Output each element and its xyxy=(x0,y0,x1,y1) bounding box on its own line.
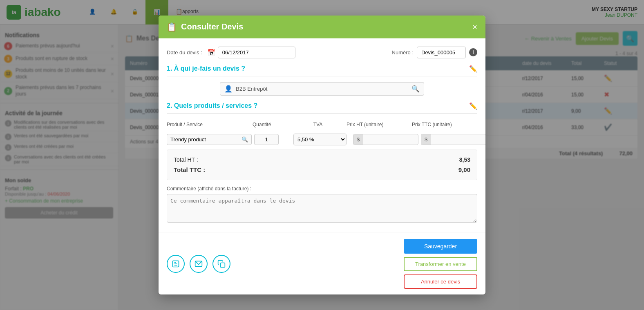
save-btn[interactable]: Sauvegarder xyxy=(404,239,477,254)
pdf-btn[interactable] xyxy=(167,255,185,273)
product-table-header: Produit / Service Quantité TVA Prix HT (… xyxy=(167,119,477,130)
section1-title-row: 1. À qui je-fais un devis ? ✏️ xyxy=(167,65,477,76)
total-ht-label: Total HT : xyxy=(174,156,198,163)
client-search-icon[interactable]: 🔍 xyxy=(411,85,420,93)
comment-textarea[interactable] xyxy=(167,194,477,223)
client-icon: 👤 xyxy=(224,85,233,93)
client-input[interactable] xyxy=(236,86,408,92)
total-ht-row: Total HT : 8,53 xyxy=(174,155,470,165)
email-btn[interactable] xyxy=(190,255,208,273)
section2-title-row: 2. Quels produits / services ? ✏️ xyxy=(167,102,477,114)
ht-price-input[interactable] xyxy=(363,134,418,145)
date-input[interactable] xyxy=(218,47,295,58)
total-ttc-row: Total TTC : 9,00 xyxy=(174,165,470,175)
numero-wrap: Numéro : i xyxy=(392,47,477,58)
ttc-price-input[interactable] xyxy=(431,134,485,145)
footer-icons xyxy=(167,255,230,273)
transform-btn[interactable]: Transformer en vente xyxy=(404,257,477,271)
ht-price-wrap: $ xyxy=(353,134,418,145)
modal-header-icon: 📋 xyxy=(167,22,177,32)
qty-input[interactable] xyxy=(254,134,279,145)
ttc-currency: $ xyxy=(421,134,431,145)
col-ht: Prix HT (unitaire) xyxy=(347,122,412,127)
product-name-input[interactable] xyxy=(170,136,239,143)
comment-section: Commentaire (affiché dans la facture) : xyxy=(167,186,477,224)
col-ttc: Prix TTC (unitaire) xyxy=(412,122,477,127)
calendar-icon: 📅 xyxy=(207,49,215,56)
modal-close-btn[interactable]: × xyxy=(472,23,477,31)
section2-title: 2. Quels produits / services ? xyxy=(167,102,257,109)
total-ttc-label: Total TTC : xyxy=(174,166,205,173)
col-product: Produit / Service xyxy=(167,122,253,127)
comment-label: Commentaire (affiché dans la facture) : xyxy=(167,186,477,192)
modal-title: Consulter Devis xyxy=(181,22,243,31)
modal-overlay: 📋 Consulter Devis × Date du devis : 📅 Nu… xyxy=(0,0,644,310)
modal-footer: Sauvegarder Transformer en vente Annuler… xyxy=(159,232,485,294)
cancel-devis-btn[interactable]: Annuler ce devis xyxy=(404,274,477,289)
product-input-wrap[interactable]: 🔍 xyxy=(167,134,252,145)
total-ht-value: 8,53 xyxy=(459,156,470,163)
modal: 📋 Consulter Devis × Date du devis : 📅 Nu… xyxy=(159,16,485,294)
ht-currency: $ xyxy=(353,134,363,145)
total-ttc-value: 9,00 xyxy=(458,166,470,173)
client-search-wrap[interactable]: 👤 🔍 xyxy=(220,82,424,96)
product-row-0: 🔍 5,50 % 0 % 2,10 % 10 % 20 % $ $ xyxy=(167,134,477,145)
info-icon[interactable]: i xyxy=(469,48,477,56)
col-tva: TVA xyxy=(289,122,347,127)
totals-section: Total HT : 8,53 Total TTC : 9,00 xyxy=(167,149,477,180)
copy-btn[interactable] xyxy=(212,255,230,273)
numero-input[interactable] xyxy=(417,47,466,58)
ttc-price-wrap: $ xyxy=(421,134,485,145)
modal-header: 📋 Consulter Devis × xyxy=(159,16,485,38)
product-search-icon[interactable]: 🔍 xyxy=(242,136,248,143)
numero-label: Numéro : xyxy=(392,49,414,56)
section1-title: 1. À qui je-fais un devis ? xyxy=(167,65,245,72)
tva-select[interactable]: 5,50 % 0 % 2,10 % 10 % 20 % xyxy=(293,134,347,145)
section2-edit-icon[interactable]: ✏️ xyxy=(469,102,477,110)
section1-edit-icon[interactable]: ✏️ xyxy=(469,65,477,73)
modal-body: Date du devis : 📅 Numéro : i 1. À qui je… xyxy=(159,38,485,232)
date-input-wrap: 📅 xyxy=(207,47,295,58)
date-numero-row: Date du devis : 📅 Numéro : i xyxy=(167,47,477,58)
svg-rect-5 xyxy=(221,263,225,267)
col-qty: Quantité xyxy=(253,122,289,127)
date-label: Date du devis : xyxy=(167,49,202,56)
footer-actions: Sauvegarder Transformer en vente Annuler… xyxy=(404,239,477,289)
